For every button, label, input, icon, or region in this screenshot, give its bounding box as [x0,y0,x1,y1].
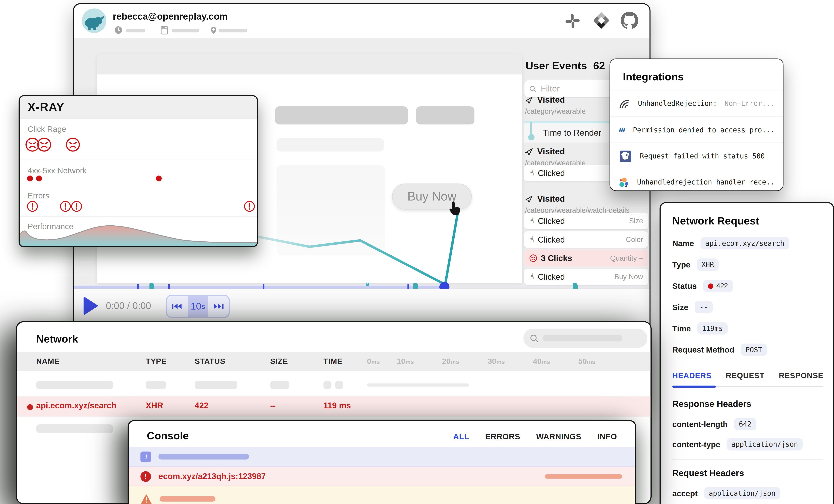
header-value: application/json [727,438,803,451]
meta-skeleton [219,29,247,32]
log-skeleton [160,496,215,502]
tab-request[interactable]: REQUEST [726,371,765,380]
event-visited[interactable]: Visited [525,95,565,105]
skeleton-bar [277,138,384,151]
event-clicked[interactable]: ☝ Clicked Size [524,213,649,229]
integration-message: UnhandledRejection: [638,100,717,107]
tab-all[interactable]: ALL [453,432,469,441]
rage-face-icon [529,254,537,262]
tab-headers[interactable]: HEADERS [672,371,711,380]
meta-skeleton [172,29,200,32]
integrations-title: Integrations [623,71,684,83]
warning-icon [140,494,152,504]
request-detail-tabs: HEADERS REQUEST RESPONSE [672,371,824,380]
error-icon[interactable] [60,200,71,212]
col-size: SIZE [270,357,288,365]
tab-info[interactable]: INFO [597,432,617,441]
player-timeline[interactable]: ❛❛ [74,286,651,289]
play-button[interactable] [84,296,98,315]
click-hand-icon: ☝ [529,236,534,243]
integration-row[interactable]: Unhandledrejection handler rece.. [610,169,783,191]
skeleton-bar [275,106,408,125]
skip-back-button[interactable] [167,296,188,317]
integration-message-muted: Non–Error... [725,100,774,107]
event-label: Clicked [538,235,565,244]
github-icon[interactable] [621,12,638,29]
field-label: Type [672,260,690,269]
skeleton-image [277,165,385,255]
slack-icon[interactable] [565,13,580,29]
jira-icon[interactable] [592,11,611,30]
integration-row[interactable]: Permission denied to access pro... [610,116,783,143]
field-value: XHR [697,258,719,271]
event-label: Clicked [538,272,565,282]
event-label: Time to Render [543,128,601,138]
event-clicked[interactable]: ☝ Clicked Color [524,232,649,248]
network-row-error[interactable]: api.ecom.xyz/search XHR 422 -- 119 ms [17,397,651,417]
timeline-progress [74,286,444,289]
status-error-dot [708,283,713,288]
network-row-skeleton[interactable] [17,373,651,397]
network-error-dot[interactable] [36,175,42,181]
info-icon: i [140,451,151,462]
timing-marker-icon [530,123,532,135]
click-hand-icon: ☝ [529,169,534,177]
integration-row[interactable]: UnhandledRejection: Non–Error... [610,90,783,116]
xray-title: X-RAY [20,96,257,119]
event-target: Buy Now [614,273,643,281]
session-user-email: rebecca@openreplay.com [113,11,228,22]
navigate-icon [525,148,533,155]
integration-message: Request failed with status 500 [640,152,765,160]
field-value: api.ecom.xyz/search [700,237,789,249]
event-clicked[interactable]: ☝ Clicked Buy Now [524,269,649,285]
col-type: TYPE [146,357,167,365]
skip-forward-button[interactable] [208,296,228,317]
error-icon[interactable] [27,200,38,212]
tabs-underline [672,386,824,387]
event-visited[interactable]: Visited [525,147,565,156]
clock-icon [114,26,122,34]
request-name: api.ecom.xyz/search [36,401,116,411]
field-label: Name [672,239,694,248]
skeleton-bar [416,106,475,125]
event-target: Size [629,217,643,225]
cursor-hand-icon [447,200,463,219]
stage: rebecca@openreplay.com [0,0,834,504]
network-search[interactable] [523,329,647,348]
tab-response[interactable]: RESPONSE [779,371,823,380]
network-error-dot[interactable] [156,175,162,181]
event-label: Visited [537,194,565,204]
rage-face-icon[interactable] [37,137,52,152]
session-topbar: rebecca@openreplay.com [74,4,650,38]
event-visited[interactable]: Visited [525,194,565,204]
event-label: Clicked [538,216,565,226]
integration-message: Permission denied to access pro... [633,126,774,134]
console-row-error[interactable]: ! ecom.xyz/a213qh.js:123987 [129,467,635,486]
skip-duration[interactable]: 10s [188,296,208,317]
response-headers-heading: Response Headers [672,399,751,409]
tab-errors[interactable]: ERRORS [485,432,520,441]
console-row-warning[interactable] [129,486,635,504]
tab-warnings[interactable]: WARNINGS [536,432,581,441]
col-time: TIME [323,357,343,365]
request-time: 119 ms [323,401,351,411]
error-icon[interactable] [71,200,83,212]
user-events-title: User Events 62 [526,60,605,72]
performance-chart [20,223,258,246]
rage-face-icon[interactable] [65,137,80,152]
event-label: 3 Clicks [541,254,572,263]
elastic-icon [619,175,630,189]
skip-unit: s [201,302,205,311]
active-tab-indicator [672,386,716,388]
skip-value: 10 [191,301,201,312]
error-icon: ! [140,471,151,482]
event-label: Visited [537,95,565,105]
integration-row[interactable]: Request failed with status 500 [610,143,783,169]
console-tabs: ALL ERRORS WARNINGS INFO [453,432,617,441]
network-error-dot[interactable] [27,175,33,181]
console-row-info[interactable]: i [129,447,635,467]
divider [20,217,257,217]
console-title: Console [147,430,189,442]
error-icon[interactable] [244,200,255,212]
event-rage-clicks[interactable]: 3 Clicks Quantity + [524,250,649,266]
